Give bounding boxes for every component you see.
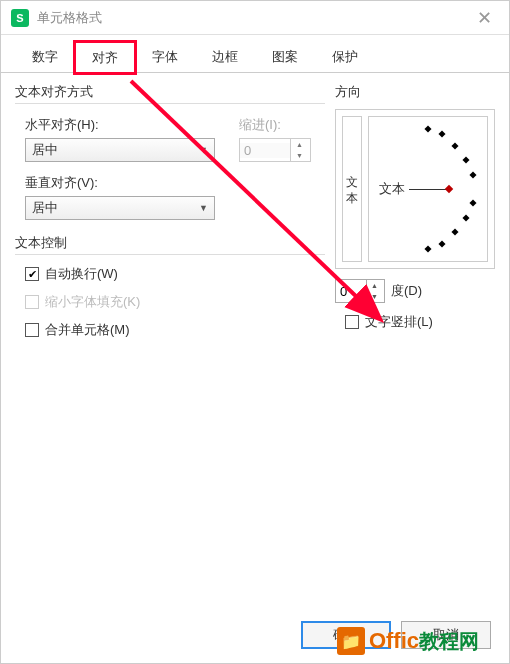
dialog-buttons: 确定 取消 (301, 621, 491, 649)
dialog-title: 单元格格式 (37, 9, 102, 27)
h-align-select[interactable]: 居中 ▼ (25, 138, 215, 162)
v-align-select[interactable]: 居中 ▼ (25, 196, 215, 220)
v-align-label: 垂直对齐(V): (25, 174, 325, 192)
app-icon (11, 9, 29, 27)
merge-checkbox-row[interactable]: 合并单元格(M) (25, 321, 325, 339)
tab-border[interactable]: 边框 (195, 41, 255, 72)
chevron-down-icon: ▼ (199, 203, 208, 213)
cell-format-dialog: 单元格格式 ✕ 数字 对齐 字体 边框 图案 保护 文本对齐方式 水平对齐(H)… (0, 0, 510, 664)
vertical-text-checkbox[interactable] (345, 315, 359, 329)
shrink-checkbox (25, 295, 39, 309)
dial-label: 文本 (379, 180, 405, 198)
chevron-down-icon: ▼ (199, 145, 208, 155)
indent-spinner[interactable]: ▲ ▼ (239, 138, 311, 162)
tab-pattern[interactable]: 图案 (255, 41, 315, 72)
tab-bar: 数字 对齐 字体 边框 图案 保护 (1, 35, 509, 73)
wrap-checkbox[interactable] (25, 267, 39, 281)
close-button[interactable]: ✕ (469, 3, 499, 33)
shrink-checkbox-row: 缩小字体填充(K) (25, 293, 325, 311)
degree-input[interactable] (336, 280, 366, 302)
text-control-group: 文本控制 自动换行(W) 缩小字体填充(K) 合并单元格(M) (15, 234, 325, 339)
indent-up[interactable]: ▲ (291, 139, 308, 150)
wrap-checkbox-row[interactable]: 自动换行(W) (25, 265, 325, 283)
merge-label: 合并单元格(M) (45, 321, 130, 339)
right-column: 方向 文 本 文本 (335, 83, 495, 353)
wrap-label: 自动换行(W) (45, 265, 118, 283)
tab-protection[interactable]: 保护 (315, 41, 375, 72)
degree-row: ▲ ▼ 度(D) (335, 279, 495, 303)
shrink-label: 缩小字体填充(K) (45, 293, 140, 311)
vertical-text-label: 文字竖排(L) (365, 313, 433, 331)
h-align-value: 居中 (32, 141, 58, 159)
tab-alignment[interactable]: 对齐 (75, 42, 135, 73)
orientation-vertical-sample[interactable]: 文 本 (342, 116, 362, 262)
indent-down[interactable]: ▼ (291, 150, 308, 161)
merge-checkbox[interactable] (25, 323, 39, 337)
text-alignment-group: 文本对齐方式 水平对齐(H): 居中 ▼ 缩进(I): (15, 83, 325, 220)
dial-end-marker (445, 185, 453, 193)
tab-number[interactable]: 数字 (15, 41, 75, 72)
degree-label: 度(D) (391, 282, 422, 300)
v-align-value: 居中 (32, 199, 58, 217)
degree-up[interactable]: ▲ (367, 280, 382, 291)
tab-font[interactable]: 字体 (135, 41, 195, 72)
titlebar: 单元格格式 ✕ (1, 1, 509, 35)
indent-input[interactable] (240, 143, 290, 158)
orientation-legend: 方向 (335, 83, 495, 103)
control-legend: 文本控制 (15, 234, 325, 255)
degree-down[interactable]: ▼ (367, 291, 382, 302)
indent-label: 缩进(I): (239, 116, 311, 134)
cancel-button[interactable]: 取消 (401, 621, 491, 649)
h-align-label: 水平对齐(H): (25, 116, 215, 134)
vertical-text-row[interactable]: 文字竖排(L) (345, 313, 495, 331)
orientation-dial[interactable]: 文本 (368, 116, 488, 262)
degree-spinner[interactable]: ▲ ▼ (335, 279, 385, 303)
orientation-box: 文 本 文本 (335, 109, 495, 269)
alignment-legend: 文本对齐方式 (15, 83, 325, 104)
dialog-body: 文本对齐方式 水平对齐(H): 居中 ▼ 缩进(I): (1, 73, 509, 363)
left-column: 文本对齐方式 水平对齐(H): 居中 ▼ 缩进(I): (15, 83, 335, 353)
ok-button[interactable]: 确定 (301, 621, 391, 649)
